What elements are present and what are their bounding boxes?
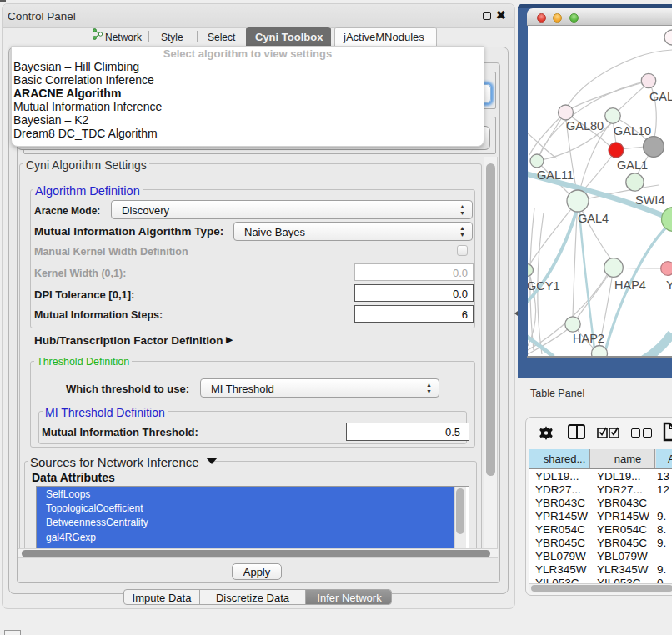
svg-text:GAL4: GAL4 <box>578 212 609 225</box>
svg-text:GAL10: GAL10 <box>614 124 651 138</box>
svg-text:GAL1: GAL1 <box>617 158 648 172</box>
svg-text:GCY1: GCY1 <box>528 279 560 292</box>
svg-text:HAP2: HAP2 <box>573 332 604 345</box>
svg-text:Y: Y <box>666 278 672 292</box>
svg-text:HAP4: HAP4 <box>614 278 646 292</box>
svg-text:SWI4: SWI4 <box>635 193 664 207</box>
svg-text:GAL80: GAL80 <box>566 119 604 132</box>
svg-text:GAL11: GAL11 <box>537 168 574 182</box>
svg-text:GAL2: GAL2 <box>649 90 672 103</box>
